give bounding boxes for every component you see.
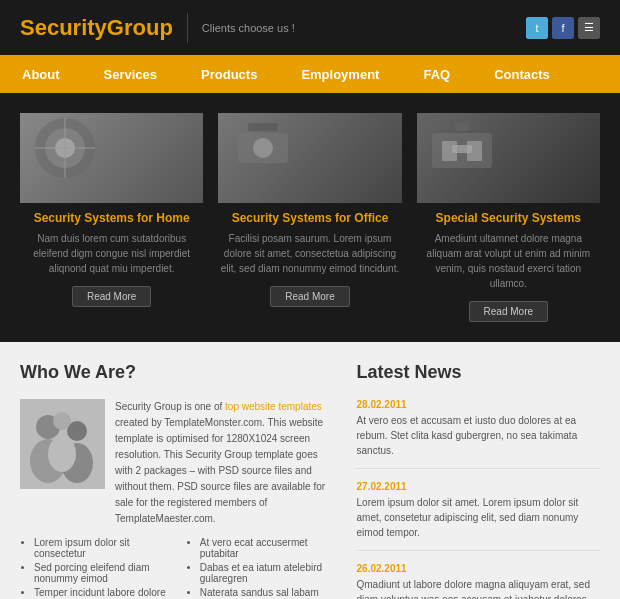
special-security-image xyxy=(417,113,507,183)
feature-title-home: Security Systems for Home xyxy=(20,211,203,225)
feature-img-special xyxy=(417,113,600,203)
svg-rect-7 xyxy=(258,163,268,175)
list-item: Lorem ipsum dolor sit consectetur xyxy=(34,537,171,559)
feature-title-special: Special Security Systems xyxy=(417,211,600,225)
read-more-special-button[interactable]: Read More xyxy=(469,301,548,322)
latest-news-section: Latest News 28.02.2011 At vero eos et ac… xyxy=(357,362,600,599)
feature-text-special: Amediunt ultamnet dolore magna aliquam a… xyxy=(417,231,600,291)
feature-btn-wrap-special: Read More xyxy=(417,301,600,322)
news-text-2: Lorem ipsum dolor sit amet. Lorem ipsum … xyxy=(357,495,600,540)
nav-item-employment[interactable]: Employment xyxy=(279,55,401,93)
feature-img-office xyxy=(218,113,401,203)
nav-item-contacts[interactable]: Contacts xyxy=(472,55,572,93)
news-item-2: 27.02.2011 Lorem ipsum dolor sit amet. L… xyxy=(357,481,600,551)
read-more-home-button[interactable]: Read More xyxy=(72,286,151,307)
svg-rect-13 xyxy=(455,123,469,131)
nav-item-products[interactable]: Products xyxy=(179,55,279,93)
news-date-2: 27.02.2011 xyxy=(357,481,600,492)
tagline: Clients choose us ! xyxy=(202,22,295,34)
logo: SecurityGroup xyxy=(20,15,173,41)
list-item: Sed porcing eleifend diam nonummy eimod xyxy=(34,562,171,584)
features-section: Security Systems for Home Nam duis lorem… xyxy=(0,93,620,342)
nav-item-faq[interactable]: FAQ xyxy=(401,55,472,93)
news-item-1: 28.02.2011 At vero eos et accusam et ius… xyxy=(357,399,600,469)
feature-card-special: Special Security Systems Amediunt ultamn… xyxy=(417,113,600,322)
news-date-3: 26.02.2011 xyxy=(357,563,600,574)
news-item-3: 26.02.2011 Qmadiunt ut labore dolore mag… xyxy=(357,563,600,599)
social-icons: t f ☰ xyxy=(526,17,600,39)
list-item: At vero ecat accusermet putabitar xyxy=(200,537,337,559)
header: SecurityGroup Clients choose us ! t f ☰ xyxy=(0,0,620,55)
rss-icon[interactable]: ☰ xyxy=(578,17,600,39)
who-list-left: Lorem ipsum dolor sit consectetur Sed po… xyxy=(20,537,171,599)
template-link[interactable]: top website templates xyxy=(225,401,322,412)
nav-item-about[interactable]: About xyxy=(0,55,82,93)
svg-rect-8 xyxy=(248,123,278,131)
who-lists: Lorem ipsum dolor sit consectetur Sed po… xyxy=(20,537,337,599)
feature-btn-wrap-office: Read More xyxy=(218,286,401,307)
logo-text: Security xyxy=(20,15,107,40)
feature-btn-wrap-home: Read More xyxy=(20,286,203,307)
main-content: Who We Are? Security Group xyxy=(0,342,620,599)
latest-news-title: Latest News xyxy=(357,362,600,387)
feature-img-home xyxy=(20,113,203,203)
svg-point-19 xyxy=(53,412,71,430)
logo-accent: Group xyxy=(107,15,173,40)
facebook-icon[interactable]: f xyxy=(552,17,574,39)
svg-rect-12 xyxy=(452,145,472,153)
nav-item-services[interactable]: Services xyxy=(82,55,180,93)
who-photo xyxy=(20,399,105,489)
feature-card-home: Security Systems for Home Nam duis lorem… xyxy=(20,113,203,322)
office-security-image xyxy=(218,113,308,183)
feature-card-office: Security Systems for Office Facilisi pos… xyxy=(218,113,401,322)
who-content: Security Group is one of top website tem… xyxy=(20,399,337,527)
svg-point-20 xyxy=(48,436,76,472)
twitter-icon[interactable]: t xyxy=(526,17,548,39)
news-text-1: At vero eos et accusam et iusto duo dolo… xyxy=(357,413,600,458)
home-security-image xyxy=(20,113,110,183)
list-item: Temper incidunt labore dolore magna xyxy=(34,587,171,599)
svg-point-6 xyxy=(253,138,273,158)
who-description: Security Group is one of top website tem… xyxy=(115,399,337,527)
navigation: About Services Products Employment FAQ C… xyxy=(0,55,620,93)
news-text-3: Qmadiunt ut labore dolore magna aliquyam… xyxy=(357,577,600,599)
feature-text-home: Nam duis lorem cum sutatdoribus eleifend… xyxy=(20,231,203,276)
feature-text-office: Facilisi posam saurum. Lorem ipsum dolor… xyxy=(218,231,401,276)
news-date-1: 28.02.2011 xyxy=(357,399,600,410)
list-item: Naterata sandus sal labam xyxy=(200,587,337,598)
who-we-are-title: Who We Are? xyxy=(20,362,337,387)
feature-title-office: Security Systems for Office xyxy=(218,211,401,225)
team-photo xyxy=(20,399,105,489)
read-more-office-button[interactable]: Read More xyxy=(270,286,349,307)
who-list-right: At vero ecat accusermet putabitar Dabas … xyxy=(186,537,337,599)
list-item: Dabas et ea iatum atelebird gularegren xyxy=(200,562,337,584)
who-we-are-section: Who We Are? Security Group xyxy=(20,362,337,599)
